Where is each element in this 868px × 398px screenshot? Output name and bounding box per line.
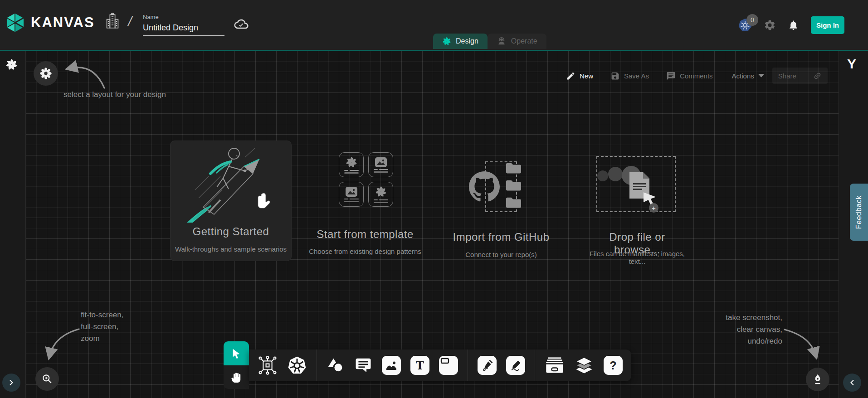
kubernetes-tool-button[interactable] xyxy=(287,356,307,375)
card-subtitle: Files can be manifests, images, text... xyxy=(587,250,687,265)
pencil-icon xyxy=(566,71,575,81)
pen-tool-button[interactable] xyxy=(478,356,497,375)
drawer-icon xyxy=(545,357,565,374)
layers-button[interactable] xyxy=(574,356,594,374)
zoom-hint-text: fit-to-screen, full-screen, zoom xyxy=(81,309,123,345)
operate-headset-icon xyxy=(497,36,507,46)
design-name-label: Name xyxy=(143,14,224,20)
component-circuit-icon xyxy=(258,355,278,375)
tab-operate[interactable]: Operate xyxy=(488,34,546,49)
comment-bubble-icon xyxy=(354,356,372,374)
feedback-tab[interactable]: Feedback xyxy=(850,184,868,241)
toolbar-separator xyxy=(317,349,317,381)
kanvas-logo-icon xyxy=(5,13,25,33)
shapes-icon xyxy=(327,356,345,374)
comment-tool-button[interactable] xyxy=(354,356,372,374)
card-title: Import from GitHub xyxy=(449,231,553,243)
card-subtitle: Connect to your repo(s) xyxy=(449,251,553,258)
design-canvas[interactable]: select a layout for your design New Save… xyxy=(0,50,868,398)
breadcrumb-separator: / xyxy=(127,14,134,29)
design-name-input[interactable] xyxy=(143,22,224,36)
kubernetes-context-button[interactable]: 0 xyxy=(738,19,752,32)
rocket-illustration xyxy=(177,145,286,223)
y-glyph-icon: Y xyxy=(847,56,856,72)
select-arrow-icon xyxy=(230,348,242,359)
image-icon xyxy=(385,359,397,371)
chevron-down-icon xyxy=(758,74,764,78)
actions-dropdown[interactable]: Actions xyxy=(732,72,764,80)
comment-icon xyxy=(666,71,676,81)
card-drop-file[interactable]: + Drop file or browse... Files can be ma… xyxy=(587,156,687,260)
chevron-left-icon xyxy=(848,378,857,387)
design-name-group: Name xyxy=(143,14,224,36)
magnifier-plus-icon xyxy=(41,373,53,385)
dot-small xyxy=(597,170,608,181)
kubernetes-wheel-icon xyxy=(287,356,307,375)
pencil-tool-button[interactable] xyxy=(506,356,525,375)
repo-folder-icons xyxy=(506,162,521,208)
link-icon xyxy=(813,72,822,80)
pen-path-icon xyxy=(481,359,493,372)
pen-nib-icon xyxy=(812,374,824,385)
pan-tool-button[interactable] xyxy=(224,365,249,389)
shapes-toolbar: T xyxy=(249,349,631,381)
save-status-cloud-icon[interactable] xyxy=(234,18,249,30)
left-edge-panel xyxy=(0,51,26,398)
layers-icon xyxy=(574,356,594,374)
brand-name: KANVAS xyxy=(31,15,95,31)
dot-medium xyxy=(608,167,623,181)
kubernetes-count-badge: 0 xyxy=(746,14,758,26)
component-tool-button[interactable] xyxy=(258,355,278,375)
card-getting-started[interactable]: Getting Started Walk-throughs and sample… xyxy=(170,141,292,261)
card-title: Getting Started xyxy=(171,225,291,238)
layout-selector-button[interactable] xyxy=(34,61,58,86)
card-subtitle: Walk-throughs and sample scenarios xyxy=(171,245,291,253)
text-T-icon: T xyxy=(416,359,424,372)
toolbar-separator xyxy=(468,349,468,381)
text-tool-button[interactable]: T xyxy=(410,356,429,375)
card-title: Start from template xyxy=(297,228,433,241)
template-tiles xyxy=(339,152,393,207)
collapse-right-panel-button[interactable] xyxy=(843,374,861,392)
save-as-button[interactable]: Save As xyxy=(610,71,649,81)
help-button[interactable]: ? xyxy=(604,356,623,375)
zoom-button[interactable] xyxy=(35,367,59,391)
expand-left-panel-button[interactable] xyxy=(2,374,20,392)
primary-tool-cluster xyxy=(224,341,249,389)
note-tool-button[interactable] xyxy=(439,356,458,375)
card-import-github[interactable]: Import from GitHub Connect to your repo(… xyxy=(449,155,553,259)
hand-cursor-icon xyxy=(255,192,270,210)
settings-gear-icon[interactable] xyxy=(764,19,776,31)
collapsed-panel-toggle[interactable]: Y xyxy=(847,56,856,72)
select-tool-button[interactable] xyxy=(224,341,249,365)
pencil-draw-icon xyxy=(509,359,522,372)
note-icon xyxy=(439,356,458,375)
canvas-action-bar: New Save As Comments Actions Share xyxy=(566,67,828,84)
image-tool-button[interactable] xyxy=(382,356,401,375)
plus-badge-icon: + xyxy=(649,203,658,213)
hand-icon xyxy=(231,372,242,383)
layout-hint-text: select a layout for your design xyxy=(63,89,166,101)
chevron-right-icon xyxy=(7,378,16,387)
mode-tabs: Design Operate xyxy=(433,34,546,49)
sign-in-button[interactable]: Sign In xyxy=(811,16,844,34)
meshery-spinner-icon xyxy=(5,58,18,71)
actions-hint-text: take screenshot, clear canvas, undo/redo xyxy=(701,312,782,347)
shapes-tool-button[interactable] xyxy=(327,356,345,374)
new-design-button[interactable]: New xyxy=(566,71,593,81)
save-icon xyxy=(610,71,620,81)
tab-design[interactable]: Design xyxy=(433,34,488,49)
card-start-from-template[interactable]: Start from template Choose from existing… xyxy=(297,150,433,259)
comments-button[interactable]: Comments xyxy=(666,71,713,81)
app-header: KANVAS / Name Design xyxy=(0,0,868,50)
github-icon xyxy=(469,171,500,202)
card-subtitle: Choose from existing design patterns xyxy=(297,248,433,255)
import-drawer-button[interactable] xyxy=(545,357,565,374)
share-button[interactable]: Share xyxy=(772,68,828,84)
question-mark-icon: ? xyxy=(610,359,616,372)
organization-icon[interactable] xyxy=(106,13,119,29)
pen-actions-button[interactable] xyxy=(806,368,829,391)
notifications-bell-icon[interactable] xyxy=(788,19,799,31)
design-spiral-icon xyxy=(442,37,451,46)
toolbar-separator xyxy=(535,349,535,381)
